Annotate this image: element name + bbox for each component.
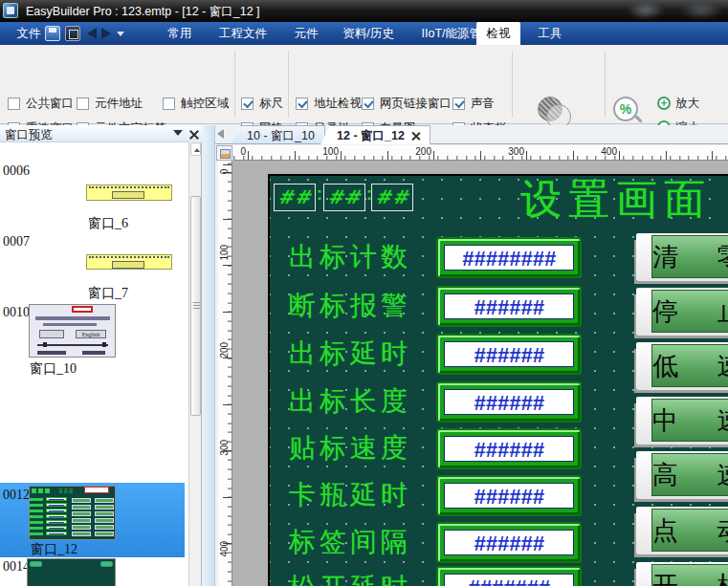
menu-tools[interactable]: 工具 xyxy=(528,22,572,45)
thumb-text-line xyxy=(43,323,97,326)
window-thumbnail-6[interactable] xyxy=(86,184,172,201)
save-icon[interactable] xyxy=(45,26,60,41)
numeric-input[interactable]: ###### xyxy=(436,475,582,516)
ruler-tick-label: 400 xyxy=(601,146,619,157)
thumb-button xyxy=(39,330,64,338)
stop-button[interactable]: 停 止 xyxy=(636,288,728,336)
partial-bottom-button[interactable]: 开 机 xyxy=(636,562,728,586)
scrollbar-up-arrow-icon[interactable] xyxy=(190,142,201,156)
window-thumbnail-12[interactable]: ⠿⠿⠿ xyxy=(29,486,116,540)
thumb-text-line xyxy=(37,351,66,355)
numeric-input[interactable]: ###### xyxy=(436,522,582,563)
checkbox-sound[interactable]: 声音 xyxy=(452,96,495,111)
thumb-selected-object xyxy=(84,487,109,493)
row-label: 标签间隔 xyxy=(289,524,440,560)
tab-scroll-left-icon[interactable] xyxy=(217,129,224,139)
thumb-button xyxy=(100,561,113,567)
hmi-screen-window-12[interactable]: ## : ## : ## 设置画面 出标计数 ######## 断标报警 ###… xyxy=(268,174,728,586)
time-minute-display[interactable]: ## xyxy=(323,184,365,211)
numeric-input[interactable]: ###### xyxy=(436,286,582,327)
menu-view[interactable]: 检视 xyxy=(476,22,520,45)
easybuilder-window: EasyBuilder Pro : 123.emtp - [12 - 窗口_12… xyxy=(0,0,728,586)
thumb-time-display xyxy=(32,488,51,493)
window-label[interactable]: 窗口_6 xyxy=(88,215,128,232)
checkbox-icon[interactable] xyxy=(241,98,254,110)
scrollbar-thumb[interactable] xyxy=(190,196,201,416)
titlebar: EasyBuilder Pro : 123.emtp - [12 - 窗口_12… xyxy=(0,0,728,22)
panel-menu-icon[interactable] xyxy=(173,130,183,136)
menubar: 文件 常用 工程文件 元件 资料/历史 IIoT/能源管理 检视 工具 xyxy=(0,22,728,45)
jog-button[interactable]: 点 动 xyxy=(636,507,728,554)
menu-data-history[interactable]: 资料/历史 xyxy=(333,22,404,45)
menu-common[interactable]: 常用 xyxy=(155,22,205,45)
window-id: 0012 xyxy=(3,488,30,503)
time-hour-display[interactable]: ## xyxy=(274,184,316,211)
redo-icon[interactable] xyxy=(101,28,111,39)
high-speed-button[interactable]: 高 速 xyxy=(636,451,728,499)
menu-project-file[interactable]: 工程文件 xyxy=(207,22,279,45)
numeric-input[interactable]: ###### xyxy=(436,334,582,375)
row-label: 出标延时 xyxy=(289,336,440,372)
window-preview-panel: 窗口预览 0006 窗口_6 0007 窗口_7 0010 English xyxy=(0,125,202,586)
ruler-corner-icon[interactable] xyxy=(216,145,232,161)
ruler-tick-label: 300 xyxy=(508,146,526,157)
export-icon[interactable] xyxy=(65,26,80,41)
numeric-input[interactable]: ######## xyxy=(436,237,582,278)
checkbox-touch-area[interactable]: 触控区域 xyxy=(163,96,229,111)
checkbox-ruler[interactable]: 标尺 xyxy=(241,96,283,111)
thumb-button-english: English xyxy=(76,330,106,338)
row-label: 断标报警 xyxy=(289,288,440,324)
window-id: 0006 xyxy=(3,163,30,179)
quick-access-caret-icon[interactable] xyxy=(117,32,124,36)
document-tabbar: 10 - 窗口_10 12 - 窗口_12 xyxy=(215,125,728,144)
row-label: 松开延时 xyxy=(289,570,440,586)
checkbox-address-view[interactable]: 地址检视 xyxy=(296,96,362,111)
zoom-in-button[interactable]: +放大 xyxy=(657,95,699,112)
tab-close-icon[interactable] xyxy=(412,132,420,140)
numeric-input[interactable]: ####### xyxy=(436,566,582,586)
panel-splitter[interactable] xyxy=(203,125,215,586)
window-thumbnail-14[interactable] xyxy=(27,558,116,586)
tab-window-10[interactable]: 10 - 窗口_10 xyxy=(231,125,325,144)
checkbox-common-window[interactable]: 公共窗口 xyxy=(8,96,74,111)
checkbox-web-link-window[interactable]: 网页链接窗口 xyxy=(362,96,452,111)
menu-file[interactable]: 文件 xyxy=(8,22,50,45)
numeric-input[interactable]: ###### xyxy=(436,428,582,469)
thumb-button xyxy=(30,561,42,567)
vertical-ruler: 0 100 200 300 400 xyxy=(218,161,232,586)
checkbox-icon[interactable] xyxy=(8,98,20,110)
window-thumbnail-10[interactable]: English xyxy=(29,304,116,358)
panel-scrollbar[interactable] xyxy=(188,141,201,586)
ruler-tick-label: 200 xyxy=(415,146,433,157)
view-ribbon: 公共窗口 元件地址 触控区域 标尺 地址检视 网页链接窗口 声音 重选窗口 元件… xyxy=(0,45,728,124)
window-label[interactable]: 窗口_7 xyxy=(88,285,128,302)
numeric-input[interactable]: ###### xyxy=(436,381,582,423)
checkbox-icon[interactable] xyxy=(452,98,465,110)
ruler-tick-label: 200 xyxy=(219,345,230,358)
window-title: EasyBuilder Pro : 123.emtp - [12 - 窗口_12… xyxy=(26,4,260,20)
checkbox-icon[interactable] xyxy=(362,98,374,110)
mid-speed-button[interactable]: 中 速 xyxy=(636,397,728,445)
window-id: 0007 xyxy=(3,234,30,250)
window-thumbnail-7[interactable] xyxy=(86,254,172,270)
tab-window-12[interactable]: 12 - 窗口_12 xyxy=(320,125,430,144)
low-speed-button[interactable]: 低 速 xyxy=(636,342,728,390)
window-label[interactable]: 窗口_12 xyxy=(31,541,77,558)
ruler-tick-label: 0 xyxy=(240,146,248,157)
window-label[interactable]: 窗口_10 xyxy=(30,360,77,378)
clear-button[interactable]: 清 零 xyxy=(636,233,728,281)
ribbon-separator xyxy=(512,51,513,118)
checkbox-icon[interactable] xyxy=(77,98,89,110)
menu-object[interactable]: 元件 xyxy=(281,22,331,45)
panel-title: 窗口预览 xyxy=(5,127,53,143)
checkbox-icon[interactable] xyxy=(163,98,175,110)
app-icon[interactable] xyxy=(3,3,18,18)
checkbox-icon[interactable] xyxy=(296,98,308,110)
time-second-display[interactable]: ## xyxy=(371,184,413,211)
undo-icon[interactable] xyxy=(87,28,97,39)
thumb-title: ⠿⠿⠿ xyxy=(58,488,74,494)
checkbox-object-address[interactable]: 元件地址 xyxy=(77,96,143,111)
thumb-selected-object xyxy=(72,306,93,313)
opacity-icon[interactable] xyxy=(538,97,572,129)
row-label: 出标计数 xyxy=(289,239,440,275)
